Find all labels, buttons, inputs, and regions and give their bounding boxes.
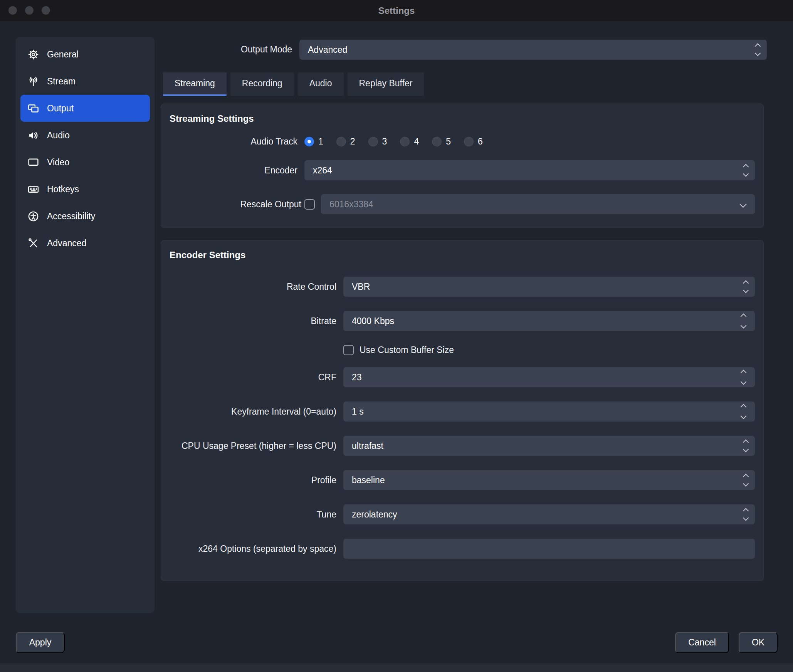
chevron-down-icon	[743, 171, 749, 177]
audio-track-option-5[interactable]: 5	[432, 136, 451, 147]
titlebar: Settings	[0, 0, 793, 21]
display-icon	[27, 156, 39, 168]
spinner-arrows	[741, 405, 746, 418]
zoom-button[interactable]	[42, 6, 50, 15]
output-mode-value: Advanced	[308, 45, 347, 55]
chevron-up-icon	[743, 280, 749, 286]
audio-track-radio-group: 1 2 3 4 5 6	[304, 136, 483, 147]
keyframe-interval-spinbox[interactable]: 1 s	[343, 402, 755, 422]
gear-icon	[27, 49, 39, 60]
sidebar-item-label: Video	[47, 157, 69, 168]
spin-up-button[interactable]	[741, 370, 747, 376]
x264-options-row: x264 Options (separated by space)	[170, 539, 755, 559]
sidebar-item-audio[interactable]: Audio	[20, 122, 150, 149]
chevron-down-icon	[743, 287, 749, 293]
sidebar-item-stream[interactable]: Stream	[20, 68, 150, 95]
radio-button[interactable]	[432, 137, 442, 146]
chevron-down-icon	[739, 201, 746, 208]
audio-track-option-4[interactable]: 4	[400, 136, 419, 147]
audio-track-option-6[interactable]: 6	[464, 136, 483, 147]
panel-title: Encoder Settings	[170, 250, 755, 260]
sidebar-item-advanced[interactable]: Advanced	[20, 230, 150, 257]
tab-streaming[interactable]: Streaming	[163, 72, 227, 96]
rescale-output-row: Rescale Output 6016x3384	[170, 194, 755, 214]
chevron-down-icon	[755, 50, 761, 56]
accessibility-icon	[27, 210, 39, 222]
tab-audio[interactable]: Audio	[298, 72, 344, 96]
settings-sidebar: General Stream Output Audio Vide	[16, 37, 155, 613]
cpu-usage-preset-select[interactable]: ultrafast	[343, 436, 755, 456]
sidebar-item-label: Audio	[47, 130, 70, 141]
close-button[interactable]	[8, 6, 17, 15]
radio-button[interactable]	[368, 137, 378, 146]
keyframe-interval-row: Keyframe Interval (0=auto) 1 s	[170, 402, 755, 422]
use-custom-buffer-checkbox[interactable]	[343, 345, 354, 355]
spin-down-button[interactable]	[741, 413, 747, 419]
chevron-down-icon	[743, 446, 749, 452]
chevron-up-icon	[755, 43, 761, 49]
profile-select[interactable]: baseline	[343, 470, 755, 490]
select-arrows	[744, 281, 748, 292]
apply-button[interactable]: Apply	[16, 632, 65, 653]
keyboard-icon	[27, 183, 39, 195]
radio-button[interactable]	[400, 137, 410, 146]
audio-track-option-3[interactable]: 3	[368, 136, 387, 147]
x264-options-input[interactable]	[343, 539, 755, 559]
encoder-select[interactable]: x264	[304, 160, 755, 180]
sidebar-item-label: Output	[47, 103, 74, 114]
spin-down-button[interactable]	[741, 379, 747, 385]
crf-row: CRF 23	[170, 367, 755, 387]
sidebar-item-output[interactable]: Output	[20, 95, 150, 122]
rate-control-row: Rate Control VBR	[170, 277, 755, 297]
sidebar-item-general[interactable]: General	[20, 41, 150, 68]
rate-control-select[interactable]: VBR	[343, 277, 755, 297]
audio-track-label: Audio Track	[170, 136, 304, 147]
profile-row: Profile baseline	[170, 470, 755, 490]
radio-button[interactable]	[336, 137, 346, 146]
bitrate-spinbox[interactable]: 4000 Kbps	[343, 311, 755, 331]
spin-up-button[interactable]	[741, 404, 747, 410]
chevron-up-icon	[743, 439, 749, 445]
tab-replay-buffer[interactable]: Replay Buffer	[348, 72, 424, 96]
spin-up-button[interactable]	[741, 313, 747, 319]
traffic-lights	[8, 6, 50, 15]
tune-select[interactable]: zerolatency	[343, 504, 755, 524]
streaming-settings-panel: Streaming Settings Audio Track 1 2 3 4	[161, 104, 764, 228]
sidebar-item-hotkeys[interactable]: Hotkeys	[20, 176, 150, 203]
spinner-arrows	[741, 371, 746, 384]
sidebar-item-label: Hotkeys	[47, 184, 79, 195]
ok-button[interactable]: OK	[739, 632, 778, 653]
chevron-down-icon	[743, 480, 749, 487]
window-title: Settings	[378, 5, 415, 16]
radio-button[interactable]	[464, 137, 474, 146]
audio-track-option-2[interactable]: 2	[336, 136, 355, 147]
sidebar-item-accessibility[interactable]: Accessibility	[20, 203, 150, 230]
rescale-output-label: Rescale Output	[170, 199, 304, 210]
sidebar-item-video[interactable]: Video	[20, 149, 150, 176]
cancel-button[interactable]: Cancel	[675, 632, 729, 653]
cpu-usage-preset-row: CPU Usage Preset (higher = less CPU) ult…	[170, 436, 755, 456]
encoder-row: Encoder x264	[170, 160, 755, 180]
crf-spinbox[interactable]: 23	[343, 367, 755, 387]
antenna-icon	[27, 76, 39, 87]
sidebar-item-label: Accessibility	[47, 211, 95, 222]
select-arrows	[744, 509, 748, 520]
audio-track-option-1[interactable]: 1	[304, 136, 323, 147]
tab-recording[interactable]: Recording	[230, 72, 294, 96]
spin-down-button[interactable]	[741, 323, 747, 329]
sidebar-item-label: Stream	[47, 76, 76, 87]
select-arrows	[744, 475, 748, 486]
chevron-down-icon	[743, 515, 749, 521]
rescale-output-checkbox[interactable]	[304, 199, 315, 210]
rescale-output-select[interactable]: 6016x3384	[321, 194, 755, 214]
minimize-button[interactable]	[25, 6, 34, 15]
use-custom-buffer-label: Use Custom Buffer Size	[360, 345, 454, 355]
tools-icon	[27, 237, 39, 249]
radio-button-selected[interactable]	[304, 137, 314, 146]
output-mode-select[interactable]: Advanced	[299, 40, 767, 60]
encoder-label: Encoder	[170, 165, 304, 176]
audio-track-row: Audio Track 1 2 3 4 5	[170, 135, 755, 148]
tune-row: Tune zerolatency	[170, 504, 755, 524]
encoder-settings-panel: Encoder Settings Rate Control VBR Bitrat…	[161, 240, 764, 581]
window-bottom-edge	[0, 664, 793, 672]
